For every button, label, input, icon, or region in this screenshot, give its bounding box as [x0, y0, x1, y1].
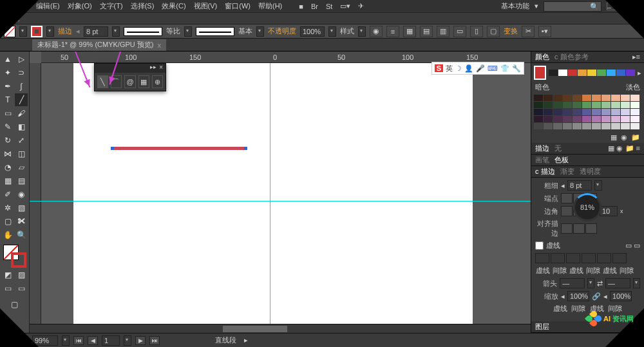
- grid-swatch[interactable]: [553, 123, 562, 129]
- dash-input[interactable]: [597, 253, 611, 263]
- style-dropdown[interactable]: [358, 26, 366, 37]
- menu-select[interactable]: 选择(S): [131, 1, 155, 11]
- menu-object[interactable]: 对象(O): [68, 1, 92, 11]
- panel-gradient-tab[interactable]: 渐变: [560, 167, 574, 176]
- menu-edit[interactable]: 编辑(E): [36, 1, 60, 11]
- dash-input[interactable]: [612, 253, 627, 263]
- tab-close-icon[interactable]: x: [157, 41, 161, 49]
- grid-swatch[interactable]: [630, 109, 639, 115]
- profile-dropdown[interactable]: [184, 26, 192, 37]
- polar-tool-icon[interactable]: ⊕: [152, 75, 163, 88]
- align-icon[interactable]: ≡: [386, 26, 399, 37]
- ime-tshirt-icon[interactable]: 👕: [500, 64, 509, 73]
- mini-swatch[interactable]: [549, 70, 558, 76]
- align5-icon[interactable]: ▭: [453, 26, 466, 37]
- grid-swatch[interactable]: [601, 95, 611, 101]
- grid-swatch[interactable]: [630, 102, 639, 108]
- zoom-dropdown[interactable]: [62, 335, 70, 346]
- search-input[interactable]: 🔍: [544, 1, 601, 12]
- dash-input[interactable]: [582, 253, 596, 263]
- draw-normal-icon[interactable]: ▭: [1, 282, 14, 295]
- grid-swatch[interactable]: [630, 123, 639, 129]
- dash-input[interactable]: [535, 253, 549, 263]
- grid-swatch[interactable]: [611, 109, 620, 115]
- weight-dropdown[interactable]: [594, 180, 602, 191]
- grid-swatch[interactable]: [621, 123, 630, 129]
- mini-swatch[interactable]: [597, 70, 606, 76]
- shape-builder-tool[interactable]: ◔: [1, 161, 14, 174]
- grid-swatch[interactable]: [573, 102, 582, 108]
- symbol-tool[interactable]: ✲: [1, 202, 14, 214]
- corner-miter[interactable]: [561, 206, 573, 216]
- spiral-tool-icon[interactable]: @: [124, 75, 135, 88]
- arrow-end-dd[interactable]: [633, 278, 641, 288]
- stroke-swatch[interactable]: [31, 26, 43, 37]
- grid-swatch[interactable]: [553, 95, 562, 101]
- panel-brush-tab[interactable]: 画笔: [535, 155, 549, 165]
- rotate-tool[interactable]: ↻: [1, 134, 14, 147]
- grid-swatch[interactable]: [553, 109, 562, 115]
- grid-swatch[interactable]: [611, 123, 620, 129]
- panel-color-guide-tab[interactable]: c 颜色参考: [554, 52, 589, 62]
- nav-next-icon[interactable]: ▶: [135, 336, 146, 345]
- isolate-icon[interactable]: ✂: [522, 26, 535, 37]
- active-color-swatch[interactable]: [534, 66, 546, 80]
- mini-swatch[interactable]: [607, 70, 616, 76]
- zoom-tool[interactable]: 🔍: [15, 229, 28, 241]
- arrow-scale-start[interactable]: 100%: [567, 291, 589, 301]
- eyedropper-tool[interactable]: ✐: [1, 188, 14, 201]
- mini-swatch[interactable]: [626, 70, 635, 76]
- align4-icon[interactable]: ▥: [437, 26, 450, 37]
- panel-layers-tab[interactable]: 图层: [535, 322, 549, 332]
- stroke-weight-input[interactable]: 8 pt: [84, 26, 108, 37]
- nav-prev2-icon[interactable]: ◀: [88, 336, 98, 345]
- graph-tool[interactable]: ▧: [15, 202, 28, 214]
- grid-swatch[interactable]: [582, 109, 591, 115]
- align-inside[interactable]: [573, 223, 585, 234]
- transform-label[interactable]: 变换: [504, 26, 518, 36]
- grid-swatch[interactable]: [544, 109, 553, 115]
- selection-tool[interactable]: ▲: [1, 53, 14, 66]
- grid-swatch[interactable]: [563, 109, 572, 115]
- grid-swatch[interactable]: [630, 95, 639, 101]
- grid-swatch[interactable]: [563, 102, 572, 108]
- grid-swatch[interactable]: [601, 123, 611, 129]
- drawn-line[interactable]: [112, 147, 246, 150]
- grid-swatch[interactable]: [582, 102, 591, 108]
- lasso-tool[interactable]: ⊃: [15, 66, 28, 79]
- arrow-end[interactable]: —: [605, 278, 630, 288]
- style-label[interactable]: 样式: [340, 26, 354, 36]
- grid-swatch[interactable]: [611, 116, 620, 122]
- save-group-icon[interactable]: 📁: [631, 133, 640, 142]
- arrow-start[interactable]: —: [560, 278, 584, 288]
- artboard-number[interactable]: 1: [102, 335, 120, 346]
- grid-swatch[interactable]: [573, 109, 582, 115]
- blend-tool[interactable]: ◉: [15, 188, 28, 201]
- draw-behind-icon[interactable]: ▭: [15, 282, 28, 295]
- floating-panel[interactable]: ▸▸× ╲ ⌒ @ ▦ ⊕: [94, 63, 166, 91]
- panel-collapse-icon[interactable]: ▸▸: [150, 64, 156, 73]
- guide-vertical[interactable]: [270, 63, 270, 332]
- fill-stroke-indicator[interactable]: [3, 245, 26, 268]
- grid-swatch[interactable]: [582, 95, 591, 101]
- grid-swatch[interactable]: [544, 102, 553, 108]
- nav-prev-icon[interactable]: ⏮: [73, 336, 84, 345]
- panel-stroke2-tab[interactable]: c 描边: [535, 167, 555, 176]
- shaper-tool[interactable]: ✎: [1, 120, 14, 133]
- stroke-dropdown[interactable]: [46, 26, 54, 37]
- horizontal-scrollbar[interactable]: [30, 324, 531, 333]
- hand-tool[interactable]: ✋: [1, 229, 14, 241]
- grid-swatch[interactable]: [601, 116, 611, 122]
- cap-butt[interactable]: [561, 193, 573, 203]
- grid-swatch[interactable]: [592, 102, 601, 108]
- grid-tool-icon[interactable]: ▦: [138, 75, 149, 88]
- grid-swatch[interactable]: [544, 123, 553, 129]
- scale-tool[interactable]: ⤢: [15, 134, 28, 147]
- grid-swatch[interactable]: [592, 95, 601, 101]
- width-tool[interactable]: ⋈: [1, 147, 14, 160]
- options-icon[interactable]: ▪▾: [538, 26, 551, 37]
- grid-swatch[interactable]: [553, 102, 562, 108]
- menu-type[interactable]: 文字(T): [100, 1, 123, 11]
- perspective-tool[interactable]: ▱: [15, 161, 28, 174]
- dash-input[interactable]: [551, 253, 565, 263]
